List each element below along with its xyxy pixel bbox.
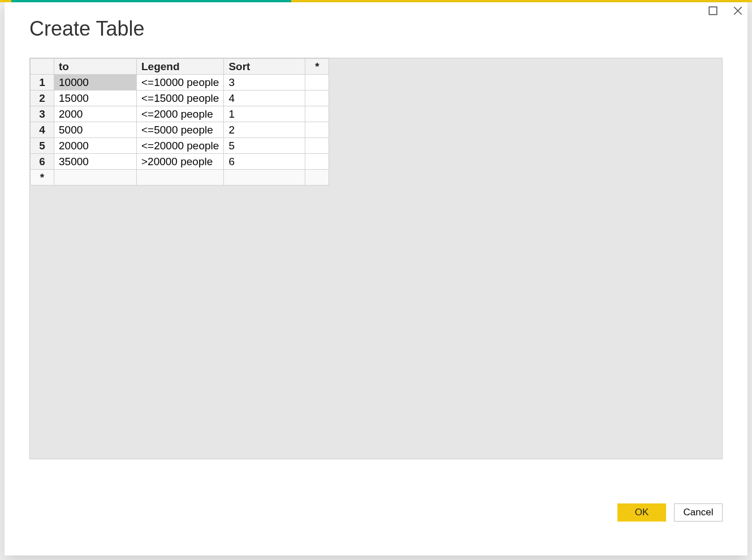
new-cell-sort[interactable] — [224, 170, 305, 186]
cell-to[interactable]: 10000 — [54, 75, 137, 91]
row-number-cell[interactable]: 2 — [31, 91, 54, 106]
column-header-to[interactable]: to — [54, 59, 137, 75]
maximize-icon[interactable] — [708, 6, 718, 18]
cell-to[interactable]: 15000 — [54, 91, 137, 106]
row-number-header[interactable] — [31, 59, 54, 75]
table-row[interactable]: 635000>20000 people6 — [31, 154, 329, 170]
row-number-cell[interactable]: 3 — [31, 106, 54, 122]
row-number-cell[interactable]: 5 — [31, 138, 54, 154]
cell-star[interactable] — [305, 122, 329, 138]
table-row[interactable]: 45000<=5000 people2 — [31, 122, 329, 138]
header-row: to Legend Sort * — [31, 59, 329, 75]
svg-rect-0 — [709, 7, 717, 15]
dialog-footer: OK Cancel — [617, 503, 723, 522]
cell-legend[interactable]: <=10000 people — [137, 75, 224, 91]
new-cell-star[interactable] — [305, 170, 329, 186]
cell-sort[interactable]: 4 — [224, 91, 305, 106]
data-grid[interactable]: to Legend Sort * 110000<=10000 people321… — [30, 58, 329, 186]
column-header-legend[interactable]: Legend — [137, 59, 224, 75]
cell-legend[interactable]: <=2000 people — [137, 106, 224, 122]
cell-legend[interactable]: <=15000 people — [137, 91, 224, 106]
table-row[interactable]: 110000<=10000 people3 — [31, 75, 329, 91]
create-table-dialog: Create Table to Legend Sort * 110000<=10… — [5, 2, 747, 555]
data-grid-area[interactable]: to Legend Sort * 110000<=10000 people321… — [29, 58, 723, 459]
cell-to[interactable]: 2000 — [54, 106, 137, 122]
new-row[interactable]: * — [31, 170, 329, 186]
cell-sort[interactable]: 1 — [224, 106, 305, 122]
row-number-cell[interactable]: 4 — [31, 122, 54, 138]
cell-star[interactable] — [305, 138, 329, 154]
cell-sort[interactable]: 2 — [224, 122, 305, 138]
row-number-cell[interactable]: 6 — [31, 154, 54, 170]
table-row[interactable]: 520000<=20000 people5 — [31, 138, 329, 154]
cell-to[interactable]: 5000 — [54, 122, 137, 138]
column-header-sort[interactable]: Sort — [224, 59, 305, 75]
close-icon[interactable] — [733, 6, 743, 18]
cell-star[interactable] — [305, 154, 329, 170]
table-row[interactable]: 32000<=2000 people1 — [31, 106, 329, 122]
cell-star[interactable] — [305, 75, 329, 91]
column-header-star[interactable]: * — [305, 59, 329, 75]
cancel-button[interactable]: Cancel — [674, 503, 723, 522]
new-cell-legend[interactable] — [137, 170, 224, 186]
cell-legend[interactable]: >20000 people — [137, 154, 224, 170]
dialog-title: Create Table — [29, 17, 144, 41]
cell-legend[interactable]: <=20000 people — [137, 138, 224, 154]
table-row[interactable]: 215000<=15000 people4 — [31, 91, 329, 106]
cell-star[interactable] — [305, 106, 329, 122]
cell-star[interactable] — [305, 91, 329, 106]
row-number-cell[interactable]: 1 — [31, 75, 54, 91]
ok-button[interactable]: OK — [617, 503, 666, 522]
cell-sort[interactable]: 5 — [224, 138, 305, 154]
cell-legend[interactable]: <=5000 people — [137, 122, 224, 138]
cell-sort[interactable]: 6 — [224, 154, 305, 170]
new-row-marker[interactable]: * — [31, 170, 54, 186]
new-cell-to[interactable] — [54, 170, 137, 186]
cell-to[interactable]: 20000 — [54, 138, 137, 154]
cell-sort[interactable]: 3 — [224, 75, 305, 91]
cell-to[interactable]: 35000 — [54, 154, 137, 170]
